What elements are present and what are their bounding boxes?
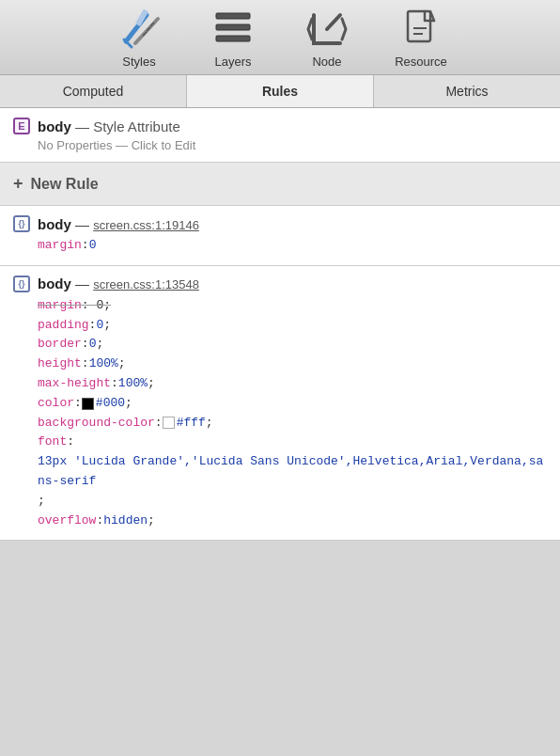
rule-block-3: {} body — screen.css:1:13548 margin: 0; … xyxy=(0,266,560,542)
prop-overflow: overflow: hidden; xyxy=(38,512,547,531)
new-rule-plus-icon: + xyxy=(13,174,23,194)
toolbar-label-layers: Layers xyxy=(214,55,251,69)
toolbar-item-layers[interactable]: Layers xyxy=(200,8,266,69)
styles-icon xyxy=(117,8,162,51)
color-swatch-white[interactable] xyxy=(163,417,175,429)
toolbar-item-styles[interactable]: Styles xyxy=(106,8,172,69)
prop-padding: padding: 0; xyxy=(38,316,547,336)
prop-border: border: 0; xyxy=(38,335,547,354)
content-area: E body — Style Attribute No Properties —… xyxy=(0,108,560,541)
new-rule-label: New Rule xyxy=(31,176,99,193)
rule2-source-link[interactable]: screen.css:1:19146 xyxy=(93,218,199,232)
prop-height: height: 100%; xyxy=(38,354,547,374)
toolbar-label-styles: Styles xyxy=(122,55,155,69)
resource-icon xyxy=(402,8,440,51)
svg-line-10 xyxy=(327,15,340,29)
rule3-props: margin: 0; padding: 0; border: 0; height… xyxy=(38,296,547,531)
layers-icon xyxy=(212,8,254,51)
toolbar-label-resource: Resource xyxy=(395,55,447,69)
rule2-props: margin:0 xyxy=(38,236,547,256)
rule-block-style-attribute: E body — Style Attribute No Properties —… xyxy=(0,108,560,163)
tab-metrics[interactable]: Metrics xyxy=(374,75,560,107)
rule-header-1: E body — Style Attribute xyxy=(13,118,547,134)
css-icon-3: {} xyxy=(13,276,30,292)
toolbar: Styles Layers Node xyxy=(0,0,560,75)
prop-background-color: background-color: #fff; xyxy=(38,414,547,433)
prop-font: font: 13px 'Lucida Grande','Lucida Sans … xyxy=(38,433,547,511)
new-rule-section[interactable]: + New Rule xyxy=(0,163,560,206)
rule-header-2: {} body — screen.css:1:19146 xyxy=(13,215,547,232)
tab-rules[interactable]: Rules xyxy=(187,75,374,107)
rule-selector-3: body — screen.css:1:13548 xyxy=(38,276,199,291)
tab-bar: Computed Rules Metrics xyxy=(0,75,560,108)
rule-block-2: {} body — screen.css:1:19146 margin:0 xyxy=(0,206,560,266)
prop-color: color: #000; xyxy=(38,394,547,414)
css-icon-2: {} xyxy=(13,215,30,232)
rule-no-properties: No Properties — Click to Edit xyxy=(38,138,547,152)
toolbar-item-node[interactable]: Node xyxy=(294,8,360,69)
node-icon xyxy=(306,8,348,51)
svg-rect-7 xyxy=(216,13,250,19)
svg-rect-11 xyxy=(408,11,430,41)
rule-selector-1: body — Style Attribute xyxy=(38,118,180,134)
tab-computed[interactable]: Computed xyxy=(0,75,187,107)
color-swatch-black[interactable] xyxy=(82,398,94,410)
toolbar-label-node: Node xyxy=(312,55,341,69)
prop-max-height: max-height: 100%; xyxy=(38,374,547,394)
rule-header-3: {} body — screen.css:1:13548 xyxy=(13,276,547,292)
toolbar-item-resource[interactable]: Resource xyxy=(388,8,454,69)
svg-rect-8 xyxy=(216,24,250,30)
svg-rect-9 xyxy=(216,36,250,41)
element-icon: E xyxy=(13,118,30,134)
prop-margin-strikethrough: margin: 0; xyxy=(38,296,547,316)
rule3-source-link[interactable]: screen.css:1:13548 xyxy=(93,277,199,291)
rule-selector-2: body — screen.css:1:19146 xyxy=(38,216,199,232)
